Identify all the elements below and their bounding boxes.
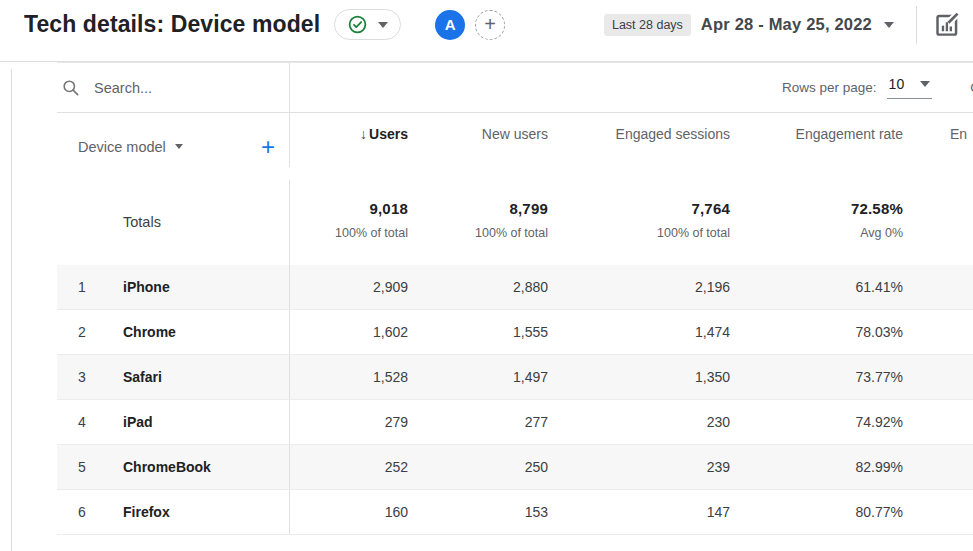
new-users-cell: 153	[420, 504, 560, 520]
row-index: 1	[57, 279, 107, 295]
users-cell: 252	[290, 459, 420, 475]
users-cell: 1,528	[290, 369, 420, 385]
avatar[interactable]: A	[435, 10, 465, 40]
engagement-rate-cell: 78.03%	[742, 324, 915, 340]
table-row[interactable]: 2 Chrome 1,602 1,555 1,474 78.03%	[57, 310, 973, 355]
engaged-sessions-cell: 2,196	[560, 279, 742, 295]
search-icon	[61, 78, 80, 97]
rows-per-page-value: 10	[889, 76, 905, 92]
chevron-down-icon	[175, 144, 183, 149]
report-content: Search... Rows per page: 10 Go to: 1 ‹ 1…	[0, 62, 973, 551]
table-toolbar: Search... Rows per page: 10 Go to: 1 ‹ 1…	[57, 63, 973, 113]
customize-report-button[interactable]	[929, 8, 963, 42]
engaged-sessions-cell: 1,474	[560, 324, 742, 340]
users-cell: 160	[290, 504, 420, 520]
table-row[interactable]: 5 ChromeBook 252 250 239 82.99%	[57, 445, 973, 490]
totals-engaged-sessions-sub: 100% of total	[560, 226, 730, 240]
engaged-sessions-cell: 239	[560, 459, 742, 475]
date-range-label: Apr 28 - May 25, 2022	[701, 15, 872, 34]
totals-users-value: 9,018	[290, 200, 408, 217]
users-cell: 1,602	[290, 324, 420, 340]
pagination-controls: Rows per page: 10 Go to: 1 ‹ 1-10	[290, 63, 973, 112]
row-index: 5	[57, 459, 107, 475]
totals-new-users-sub: 100% of total	[420, 226, 548, 240]
add-dimension-button[interactable]: +	[261, 137, 275, 157]
totals-engagement-rate: 72.58% Avg 0%	[742, 180, 915, 265]
engagement-rate-cell: 82.99%	[742, 459, 915, 475]
report-status-dropdown[interactable]	[334, 9, 401, 40]
engaged-sessions-cell: 147	[560, 504, 742, 520]
column-header-clipped[interactable]: En	[915, 126, 973, 142]
users-cell: 279	[290, 414, 420, 430]
table-row[interactable]: 4 iPad 279 277 230 74.92%	[57, 400, 973, 445]
dimension-label: Device model	[78, 139, 166, 155]
new-users-cell: 1,497	[420, 369, 560, 385]
date-preset-badge: Last 28 days	[604, 14, 691, 36]
row-index: 4	[57, 414, 107, 430]
engagement-rate-cell: 61.41%	[742, 279, 915, 295]
column-header-new-users[interactable]: New users	[420, 126, 560, 142]
engaged-sessions-cell: 1,350	[560, 369, 742, 385]
sort-descending-icon: ↓	[360, 126, 367, 142]
table-header-row: Device model + ↓Users New users Engaged …	[57, 113, 973, 180]
totals-new-users: 8,799 100% of total	[420, 180, 560, 265]
device-name-cell: Safari	[107, 355, 290, 399]
table-row[interactable]: 6 Firefox 160 153 147 80.77%	[57, 490, 973, 535]
search-input[interactable]: Search...	[57, 63, 290, 112]
row-index: 6	[57, 504, 107, 520]
device-name-cell: ChromeBook	[107, 445, 290, 489]
device-name-cell: Firefox	[107, 490, 290, 534]
row-index: 2	[57, 324, 107, 340]
new-users-cell: 277	[420, 414, 560, 430]
totals-engagement-rate-value: 72.58%	[742, 200, 903, 217]
totals-label: Totals	[57, 180, 290, 265]
totals-new-users-value: 8,799	[420, 200, 548, 217]
rows-per-page-select[interactable]: 10	[887, 76, 933, 99]
chevron-down-icon	[884, 22, 894, 28]
chevron-down-icon	[378, 22, 388, 28]
page-title: Tech details: Device model	[24, 11, 320, 38]
row-index: 3	[57, 369, 107, 385]
rows-per-page-label: Rows per page:	[782, 80, 877, 95]
dimension-header-cell: Device model +	[57, 113, 290, 167]
new-users-cell: 250	[420, 459, 560, 475]
divider	[916, 6, 917, 44]
users-cell: 2,909	[290, 279, 420, 295]
engagement-rate-cell: 73.77%	[742, 369, 915, 385]
column-header-engaged-sessions[interactable]: Engaged sessions	[560, 126, 742, 142]
device-name-cell: iPad	[107, 400, 290, 444]
totals-engaged-sessions-value: 7,764	[560, 200, 730, 217]
totals-users: 9,018 100% of total	[290, 180, 420, 265]
totals-users-sub: 100% of total	[290, 226, 408, 240]
totals-engagement-rate-sub: Avg 0%	[742, 226, 903, 240]
card-left-edge	[11, 69, 12, 551]
column-header-label: Users	[369, 126, 408, 142]
customize-report-icon	[933, 11, 960, 38]
column-header-users[interactable]: ↓Users	[290, 126, 420, 142]
totals-row: Totals 9,018 100% of total 8,799 100% of…	[57, 180, 973, 265]
device-name-cell: Chrome	[107, 310, 290, 354]
totals-engaged-sessions: 7,764 100% of total	[560, 180, 742, 265]
dimension-selector[interactable]: Device model	[78, 139, 183, 155]
table-row[interactable]: 1 iPhone 2,909 2,880 2,196 61.41%	[57, 265, 973, 310]
totals-clipped-cell	[915, 180, 973, 265]
table-row[interactable]: 3 Safari 1,528 1,497 1,350 73.77%	[57, 355, 973, 400]
device-name-cell: iPhone	[107, 265, 290, 309]
new-users-cell: 2,880	[420, 279, 560, 295]
engaged-sessions-cell: 230	[560, 414, 742, 430]
column-header-engagement-rate[interactable]: Engagement rate	[742, 126, 915, 142]
app-header: Tech details: Device model A + Last 28 d…	[0, 0, 973, 62]
chevron-down-icon	[920, 81, 930, 87]
check-circle-icon	[347, 14, 368, 35]
add-comparison-button[interactable]: +	[475, 10, 505, 40]
date-range-picker[interactable]: Last 28 days Apr 28 - May 25, 2022	[604, 14, 894, 36]
new-users-cell: 1,555	[420, 324, 560, 340]
engagement-rate-cell: 80.77%	[742, 504, 915, 520]
device-model-table: Search... Rows per page: 10 Go to: 1 ‹ 1…	[57, 62, 973, 535]
engagement-rate-cell: 74.92%	[742, 414, 915, 430]
search-placeholder: Search...	[94, 80, 152, 96]
